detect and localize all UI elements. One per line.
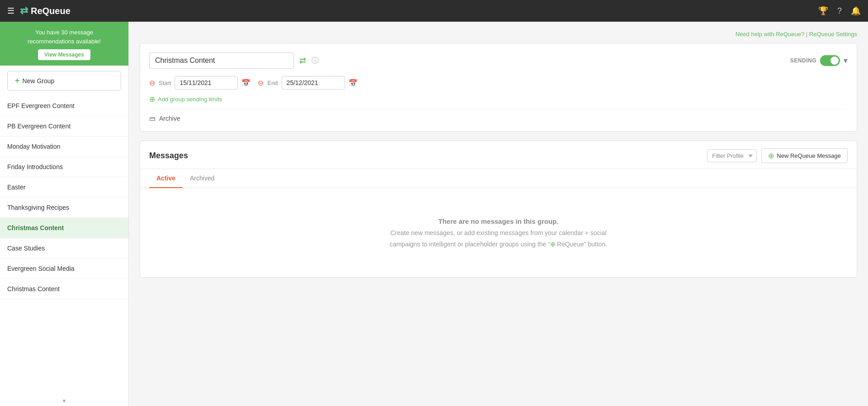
add-limits-row[interactable]: ⊕ Add group sending limits — [149, 95, 848, 104]
info-icon[interactable]: ⓘ — [311, 56, 319, 66]
logo-icon: ⇄ — [20, 5, 28, 17]
tab-archived[interactable]: Archived — [183, 169, 222, 188]
start-date-field: ⊖ Start 📅 — [149, 76, 250, 90]
sidebar-item[interactable]: Friday Introductions — [0, 157, 128, 177]
start-calendar-icon[interactable]: 📅 — [241, 79, 250, 87]
sidebar-banner: You have 30 message recommendations avai… — [0, 22, 128, 66]
expand-button[interactable]: ▾ — [844, 56, 848, 66]
help-button[interactable]: ? — [837, 6, 842, 16]
banner-text: You have 30 message recommendations avai… — [7, 28, 121, 46]
app-name: ReQueue — [31, 6, 71, 16]
empty-main-text: There are no messages in this group. — [158, 215, 839, 227]
scroll-indicator: ▼ — [0, 396, 128, 406]
help-bar: Need help with ReQueue? | ReQueue Settin… — [140, 31, 857, 38]
messages-actions: Filter Profile ⊕ New ReQueue Message — [707, 148, 848, 169]
tabs: Active Archived — [140, 169, 857, 188]
sidebar-item[interactable]: Case Studies — [0, 238, 128, 259]
archive-icon: 🗃 — [149, 115, 156, 122]
add-limits-icon: ⊕ — [149, 95, 155, 104]
empty-description: Create new messages, or add existing mes… — [158, 227, 839, 250]
tab-active[interactable]: Active — [149, 169, 183, 188]
end-label: End — [267, 80, 278, 86]
end-calendar-icon[interactable]: 📅 — [349, 79, 358, 87]
sending-controls: SENDING ▾ — [790, 55, 848, 66]
group-name-input[interactable] — [149, 52, 294, 69]
messages-title: Messages — [149, 151, 188, 166]
date-row: ⊖ Start 📅 ⊖ End 📅 — [149, 76, 848, 90]
messages-header: Messages Filter Profile ⊕ New ReQueue Me… — [140, 141, 857, 169]
end-date-input[interactable] — [282, 76, 345, 90]
app-logo: ⇄ ReQueue — [20, 5, 71, 17]
notifications-button[interactable]: 🔔 — [851, 6, 861, 16]
main-content: Need help with ReQueue? | ReQueue Settin… — [129, 22, 868, 406]
messages-section: Messages Filter Profile ⊕ New ReQueue Me… — [140, 141, 857, 278]
end-date-field: ⊖ End 📅 — [258, 76, 357, 90]
requeue-settings-link[interactable]: ReQueue Settings — [809, 31, 857, 38]
sidebar-item-active[interactable]: Christmas Content — [0, 218, 128, 238]
sidebar-item[interactable]: EPF Evergreen Content — [0, 96, 128, 116]
help-requeue-link[interactable]: Need help with ReQueue? — [736, 31, 805, 38]
view-messages-button[interactable]: View Messages — [38, 49, 90, 60]
shuffle-icon[interactable]: ⇄ — [299, 56, 306, 66]
top-nav-actions: 🏆 ? 🔔 — [818, 6, 861, 16]
top-nav: ☰ ⇄ ReQueue 🏆 ? 🔔 — [0, 0, 868, 22]
sidebar-item[interactable]: Monday Motivation — [0, 137, 128, 157]
filter-profile-select[interactable]: Filter Profile — [707, 149, 757, 162]
sending-label: SENDING — [790, 57, 816, 64]
new-message-plus-icon: ⊕ — [768, 151, 774, 160]
requeue-inline: ⊕ ReQueue — [550, 239, 584, 250]
trophy-button[interactable]: 🏆 — [818, 6, 828, 16]
sidebar-item[interactable]: PB Evergreen Content — [0, 116, 128, 137]
archive-label: Archive — [159, 115, 180, 122]
sidebar: You have 30 message recommendations avai… — [0, 22, 129, 406]
start-minus-icon: ⊖ — [149, 79, 155, 87]
main-layout: You have 30 message recommendations avai… — [0, 22, 868, 406]
sidebar-item[interactable]: Evergreen Social Media — [0, 259, 128, 279]
sending-toggle[interactable] — [820, 55, 840, 66]
plus-icon: + — [15, 76, 20, 85]
group-card-header: ⇄ ⓘ SENDING ▾ — [149, 52, 848, 69]
hamburger-icon[interactable]: ☰ — [7, 6, 14, 16]
start-label: Start — [159, 80, 171, 86]
sidebar-item[interactable]: Thanksgiving Recipes — [0, 198, 128, 218]
sidebar-list: EPF Evergreen Content PB Evergreen Conte… — [0, 96, 128, 299]
sidebar-item[interactable]: Easter — [0, 177, 128, 198]
new-group-button[interactable]: + New Group — [7, 71, 121, 90]
add-limits-label: Add group sending limits — [158, 96, 222, 103]
start-date-input[interactable] — [175, 76, 238, 90]
new-requeue-message-button[interactable]: ⊕ New ReQueue Message — [761, 148, 848, 163]
sidebar-item[interactable]: Christmas Content — [0, 279, 128, 299]
empty-messages: There are no messages in this group. Cre… — [140, 188, 857, 277]
group-card: ⇄ ⓘ SENDING ▾ ⊖ Start 📅 — [140, 43, 857, 132]
requeue-plus-icon: ⊕ — [550, 239, 556, 250]
archive-row[interactable]: 🗃 Archive — [149, 109, 848, 122]
end-minus-icon: ⊖ — [258, 79, 264, 87]
